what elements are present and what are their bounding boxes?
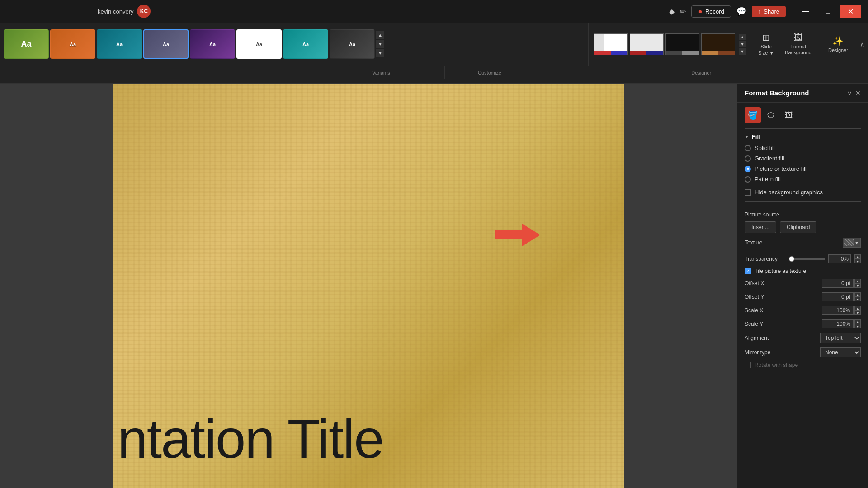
theme-item-dark[interactable]: Aa [330, 29, 375, 59]
transparency-thumb[interactable] [789, 256, 794, 262]
scale-x-input[interactable] [822, 306, 854, 315]
designer-label: Designer [828, 47, 848, 53]
scale-y-spinner: ▲ ▼ [854, 319, 861, 328]
offset-y-up[interactable]: ▲ [854, 292, 861, 297]
hide-bg-label: Hide background graphics [755, 189, 823, 196]
theme-scroll-up[interactable]: ▲ [376, 31, 384, 39]
alignment-value-group: Top left Top center Top right Center lef… [820, 333, 861, 343]
fill-section: ▼ Fill Solid fill Gradient fill Picture … [737, 129, 868, 211]
share-button[interactable]: ↑ Share [752, 6, 786, 17]
comment-icon[interactable]: 💬 [736, 6, 746, 16]
transparency-spinner: ▲ ▼ [854, 254, 861, 263]
variants-scroll-up[interactable]: ▲ [739, 34, 746, 40]
offset-x-up[interactable]: ▲ [854, 279, 861, 283]
maximize-button[interactable]: □ [817, 5, 838, 18]
offset-x-input[interactable] [822, 279, 854, 288]
designer-section-label: Designer [535, 66, 868, 79]
theme-item-teal[interactable]: Aa [97, 29, 142, 59]
pattern-fill-option[interactable]: Pattern fill [745, 176, 861, 183]
hide-bg-checkbox [745, 189, 751, 196]
minimize-button[interactable]: — [795, 5, 816, 18]
scale-y-up[interactable]: ▲ [854, 319, 861, 324]
ribbon-collapse-button[interactable]: ∧ [856, 23, 868, 66]
hide-bg-option[interactable]: Hide background graphics [745, 189, 861, 196]
alignment-select[interactable]: Top left Top center Top right Center lef… [820, 333, 861, 343]
picture-texture-option[interactable]: Picture or texture fill [745, 165, 861, 172]
theme-item-white[interactable]: Aa [236, 29, 282, 59]
offset-y-value-group: ▲ ▼ [822, 292, 861, 301]
close-button[interactable]: ✕ [840, 5, 861, 18]
tile-label: Tile picture as texture [755, 268, 806, 274]
picture-source-label: Picture source [745, 211, 861, 218]
theme-scroll-down[interactable]: ▼ [376, 49, 384, 57]
scale-y-label: Scale Y [745, 321, 763, 327]
variant-item-3[interactable] [665, 33, 699, 55]
offset-y-input[interactable] [822, 292, 854, 301]
insert-button[interactable]: Insert... [745, 221, 776, 233]
theme-item-green[interactable]: Aa [4, 29, 49, 59]
customize-section-label: Customize [445, 66, 535, 79]
pen-icon[interactable]: ✏ [680, 7, 686, 16]
top-bar: kevin convery KC ◆ ✏ Record 💬 ↑ Share — … [0, 0, 868, 23]
panel-close-icon[interactable]: ✕ [855, 89, 861, 97]
theme-item-cyan[interactable]: Aa [283, 29, 328, 59]
scale-y-value-group: ▲ ▼ [822, 319, 861, 328]
gradient-fill-option[interactable]: Gradient fill [745, 155, 861, 162]
transparency-up[interactable]: ▲ [854, 254, 861, 259]
slide-size-button[interactable]: ⊞ SlideSize ▼ [754, 30, 778, 57]
theme-item-orange[interactable]: Aa [50, 29, 95, 59]
transparency-value[interactable] [828, 254, 851, 263]
fill-icon-button[interactable]: 🪣 [745, 107, 761, 123]
mirror-type-select[interactable]: None Horizontal Vertical Both [820, 347, 861, 357]
main-area: ntation Title Format Background ∨ ✕ 🪣 ⬠ … [0, 84, 868, 488]
scale-y-down[interactable]: ▼ [854, 324, 861, 328]
offset-x-down[interactable]: ▼ [854, 283, 861, 288]
designer-button[interactable]: ✨ Designer [824, 34, 853, 55]
variants-scroll-expand[interactable]: ▼ [739, 41, 746, 47]
theme-item-gray[interactable]: Aa [143, 29, 189, 59]
panel-collapse-icon[interactable]: ∨ [847, 89, 852, 97]
diamond-icon[interactable]: ◆ [669, 7, 675, 16]
offset-y-down[interactable]: ▼ [854, 297, 861, 301]
transparency-down[interactable]: ▼ [854, 259, 861, 263]
format-background-icon: 🖼 [794, 33, 803, 43]
slide-canvas[interactable]: ntation Title [113, 84, 624, 488]
variants-scroll-down[interactable]: ▼ [739, 48, 746, 55]
ribbon: Aa Aa Aa Aa Aa Aa Aa Aa ▲ [0, 23, 868, 84]
format-background-button[interactable]: 🖼 FormatBackground [780, 31, 816, 57]
theme-scroll-expand[interactable]: ▼ [376, 40, 384, 48]
solid-fill-option[interactable]: Solid fill [745, 145, 861, 151]
mirror-type-label: Mirror type [745, 349, 770, 356]
user-name: kevin convery [98, 8, 133, 15]
user-avatar[interactable]: KC [137, 5, 151, 18]
tile-checkbox[interactable]: ✓ [745, 268, 751, 274]
variant-item-1[interactable] [594, 33, 628, 55]
panel-title: Format Background [745, 89, 809, 97]
format-background-label: FormatBackground [785, 44, 811, 56]
transparency-slider[interactable] [789, 258, 825, 260]
slide-area: ntation Title [0, 84, 737, 488]
variant-item-4[interactable] [701, 33, 735, 55]
variants-thumbs [592, 32, 737, 57]
slide-size-icon: ⊞ [762, 32, 770, 43]
variants-section: ▲ ▼ ▼ [589, 23, 750, 66]
fill-header[interactable]: ▼ Fill [745, 133, 861, 140]
rotate-checkbox[interactable] [745, 362, 751, 368]
offset-x-value-group: ▲ ▼ [822, 279, 861, 288]
pattern-fill-label: Pattern fill [755, 176, 781, 183]
variant-item-2[interactable] [630, 33, 664, 55]
record-button[interactable]: Record [691, 5, 731, 18]
fill-header-label: Fill [752, 133, 760, 140]
theme-item-purple[interactable]: Aa [190, 29, 235, 59]
scale-y-input[interactable] [822, 319, 854, 328]
scale-y-row: Scale Y ▲ ▼ [737, 317, 868, 331]
scale-x-down[interactable]: ▼ [854, 310, 861, 315]
texture-picker[interactable]: ▼ [843, 238, 861, 248]
picture-icon-button[interactable]: 🖼 [781, 107, 797, 123]
tile-row: ✓ Tile picture as texture [737, 266, 868, 277]
clipboard-button[interactable]: Clipboard [780, 221, 816, 233]
scale-x-spinner: ▲ ▼ [854, 306, 861, 315]
picture-texture-label: Picture or texture fill [755, 165, 807, 172]
scale-x-up[interactable]: ▲ [854, 306, 861, 310]
effects-icon-button[interactable]: ⬠ [763, 107, 779, 123]
